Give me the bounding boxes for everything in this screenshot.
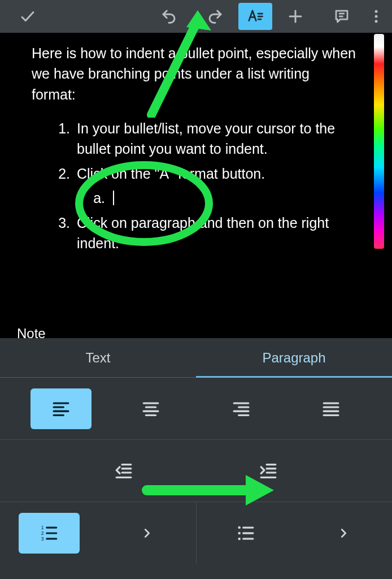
document-body[interactable]: Here is how to indent a bullet point, es… bbox=[0, 33, 392, 338]
svg-point-41 bbox=[238, 532, 241, 535]
format-tabs: Text Paragraph bbox=[0, 338, 392, 378]
svg-point-40 bbox=[238, 526, 241, 529]
tab-text[interactable]: Text bbox=[0, 338, 196, 378]
list-text: In your bullet/list, move your cursor to… bbox=[77, 120, 335, 157]
bulleted-list-button[interactable] bbox=[197, 502, 294, 564]
list-number: a. bbox=[90, 188, 105, 208]
overflow-menu-button[interactable] bbox=[365, 3, 387, 30]
text-cursor bbox=[113, 191, 114, 205]
list-text: Click on the "A" format button. bbox=[77, 166, 265, 182]
list-number: 1. bbox=[47, 118, 70, 139]
list-number: 2. bbox=[47, 163, 70, 184]
indent-increase-button[interactable] bbox=[232, 440, 304, 502]
numbered-list-button[interactable]: 1 2 3 bbox=[0, 502, 98, 564]
align-left-pill bbox=[31, 388, 92, 429]
svg-text:3: 3 bbox=[41, 536, 44, 542]
svg-text:2: 2 bbox=[41, 530, 44, 536]
list-item[interactable]: 3. Click on paragraph and then on the ri… bbox=[66, 213, 356, 254]
align-right-button[interactable] bbox=[196, 378, 286, 439]
tab-underline-active bbox=[196, 376, 392, 378]
alignment-row bbox=[0, 378, 392, 440]
insert-button[interactable] bbox=[272, 3, 319, 30]
numbered-list-options-button[interactable] bbox=[98, 502, 197, 564]
undo-button[interactable] bbox=[146, 3, 192, 30]
align-left-button[interactable] bbox=[16, 378, 106, 439]
list-item[interactable]: 2. Click on the "A" format button. a. bbox=[66, 163, 356, 208]
color-scroll-indicator[interactable] bbox=[374, 34, 384, 249]
list-style-row: 1 2 3 bbox=[0, 502, 392, 564]
align-center-button[interactable] bbox=[106, 378, 197, 439]
numbered-list: 1. In your bullet/list, move your cursor… bbox=[32, 118, 356, 254]
align-justify-button[interactable] bbox=[286, 378, 377, 439]
format-panel: Text Paragraph bbox=[0, 338, 392, 579]
comment-button[interactable] bbox=[319, 3, 365, 30]
list-text: Click on paragraph and then on the right… bbox=[77, 215, 329, 251]
redo-button[interactable] bbox=[192, 3, 238, 30]
list-number: 3. bbox=[47, 213, 70, 233]
accept-button[interactable] bbox=[5, 3, 51, 30]
svg-point-7 bbox=[375, 10, 378, 13]
svg-point-9 bbox=[375, 20, 378, 23]
list-item[interactable]: 1. In your bullet/list, move your cursor… bbox=[66, 118, 356, 159]
numbered-list-pill: 1 2 3 bbox=[19, 513, 80, 554]
indent-decrease-button[interactable] bbox=[88, 440, 160, 502]
svg-point-42 bbox=[238, 538, 241, 541]
list-item[interactable]: a. bbox=[107, 188, 356, 208]
tab-paragraph[interactable]: Paragraph bbox=[196, 338, 392, 378]
text-format-button[interactable] bbox=[238, 3, 272, 30]
intro-paragraph: Here is how to indent a bullet point, es… bbox=[32, 43, 356, 105]
indent-row bbox=[0, 440, 392, 502]
sub-list: a. bbox=[77, 188, 356, 208]
svg-text:1: 1 bbox=[41, 525, 44, 530]
svg-point-8 bbox=[375, 15, 378, 18]
editor-toolbar bbox=[0, 0, 392, 33]
bulleted-list-options-button[interactable] bbox=[294, 502, 392, 564]
